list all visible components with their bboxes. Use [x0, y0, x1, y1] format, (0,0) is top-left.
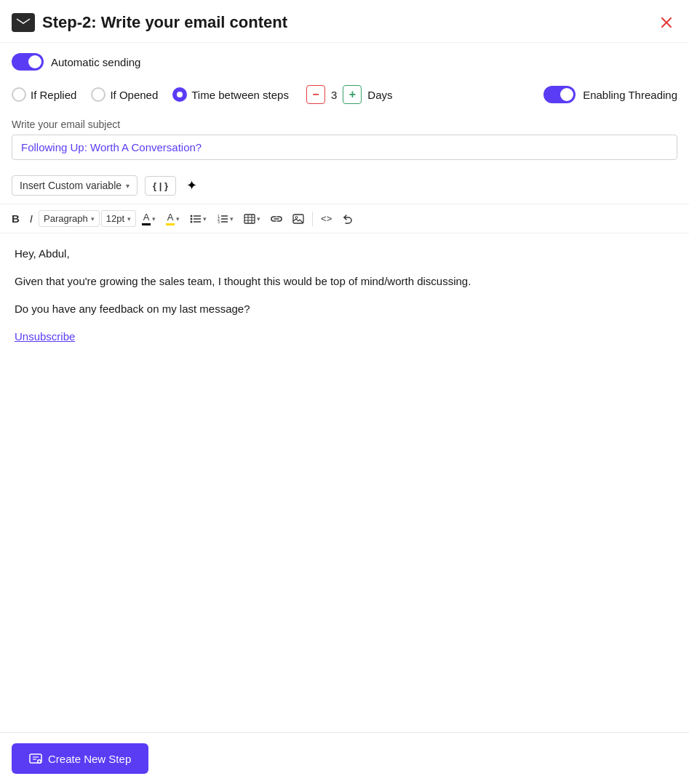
svg-point-20 [295, 216, 298, 218]
bold-button[interactable]: B [7, 209, 24, 228]
chevron-down-icon: ▾ [126, 182, 130, 190]
editor-line2: Do you have any feedback on my last mess… [15, 300, 674, 318]
radio-label-time-between: Time between steps [191, 89, 289, 101]
code-button[interactable]: <> [316, 210, 336, 227]
header: Step-2: Write your email content [0, 0, 689, 43]
svg-point-1 [191, 215, 193, 217]
ordered-list-chevron-icon: ▾ [230, 215, 234, 223]
custom-variable-label: Insert Custom variable [20, 180, 122, 191]
svg-point-5 [191, 220, 193, 223]
font-size-label: 12pt [106, 213, 124, 224]
link-button[interactable] [266, 211, 287, 227]
font-color-indicator [142, 223, 151, 225]
create-step-icon [29, 752, 42, 765]
create-new-step-button[interactable]: Create New Step [12, 743, 148, 774]
radio-circle-time-between [172, 87, 187, 102]
editor-content[interactable]: Hey, Abdul, Given that you're growing th… [0, 233, 689, 784]
font-color-icon: A [142, 212, 151, 225]
bullet-list-button[interactable]: ▾ [186, 211, 211, 227]
page-container: Step-2: Write your email content Automat… [0, 0, 689, 784]
highlight-icon: A [166, 212, 175, 225]
days-count: 3 [331, 89, 337, 101]
subject-section: Write your email subject [0, 114, 689, 167]
undo-button[interactable] [338, 211, 358, 227]
toolbar-divider [312, 212, 313, 226]
svg-text:3.: 3. [218, 220, 220, 224]
bottom-bar: Create New Step [0, 732, 689, 784]
automatic-sending-toggle[interactable] [12, 53, 44, 71]
threading-toggle[interactable] [543, 86, 576, 103]
magic-wand-button[interactable]: ✦ [183, 175, 200, 196]
table-chevron-icon: ▾ [257, 215, 260, 223]
radio-circle-if-replied [12, 87, 26, 102]
braces-button[interactable]: { | } [145, 176, 176, 196]
highlight-button[interactable]: A ▾ [162, 209, 184, 228]
radio-if-opened[interactable]: If Opened [91, 87, 158, 102]
paragraph-label: Paragraph [44, 213, 88, 224]
days-increment-button[interactable]: + [343, 85, 362, 104]
image-button[interactable] [288, 211, 308, 227]
radio-if-replied[interactable]: If Replied [12, 87, 76, 102]
highlight-chevron-icon: ▾ [176, 215, 180, 223]
header-left: Step-2: Write your email content [12, 13, 287, 32]
editor-greeting: Hey, Abdul, [15, 245, 674, 263]
threading-label: Enabling Threading [583, 89, 677, 101]
radio-options-row: If Replied If Opened Time between steps … [0, 81, 689, 114]
font-color-button[interactable]: A ▾ [138, 209, 160, 228]
svg-rect-13 [244, 215, 255, 223]
page-title: Step-2: Write your email content [42, 13, 287, 32]
font-size-select[interactable]: 12pt ▾ [101, 210, 136, 227]
editor-toolbar: B I Paragraph ▾ 12pt ▾ A ▾ A ▾ [0, 204, 689, 233]
automatic-sending-label: Automatic sending [51, 56, 140, 68]
threading-toggle-row: Enabling Threading [543, 86, 677, 103]
create-step-label: Create New Step [48, 753, 131, 765]
fontsize-chevron-icon: ▾ [127, 215, 131, 223]
editor-line1: Given that you're growing the sales team… [15, 273, 674, 290]
subject-input[interactable] [12, 135, 677, 160]
fontcolor-chevron-icon: ▾ [152, 215, 156, 223]
ordered-list-button[interactable]: 1. 2. 3. ▾ [212, 211, 238, 227]
custom-variable-row: Insert Custom variable ▾ { | } ✦ [0, 167, 689, 204]
automatic-sending-row: Automatic sending [0, 43, 689, 81]
custom-variable-select[interactable]: Insert Custom variable ▾ [12, 175, 138, 196]
days-label: Days [367, 89, 392, 101]
radio-label-if-opened: If Opened [110, 89, 158, 101]
radio-time-between[interactable]: Time between steps [172, 87, 289, 102]
radio-label-if-replied: If Replied [31, 89, 76, 101]
paragraph-chevron-icon: ▾ [91, 215, 95, 223]
svg-rect-0 [16, 17, 31, 28]
days-decrement-button[interactable]: − [306, 85, 325, 104]
days-control: − 3 + Days [306, 85, 393, 104]
paragraph-select[interactable]: Paragraph ▾ [39, 210, 100, 227]
close-button[interactable] [658, 15, 674, 31]
subject-label: Write your email subject [12, 119, 677, 130]
bullet-list-chevron-icon: ▾ [203, 215, 207, 223]
table-button[interactable]: ▾ [239, 211, 265, 227]
highlight-color-indicator [166, 223, 175, 225]
italic-button[interactable]: I [25, 209, 37, 228]
email-icon [12, 13, 35, 32]
code-icon: <> [321, 213, 332, 224]
unsubscribe-link[interactable]: Unsubscribe [15, 330, 75, 343]
radio-circle-if-opened [91, 87, 105, 102]
svg-point-3 [191, 217, 193, 220]
